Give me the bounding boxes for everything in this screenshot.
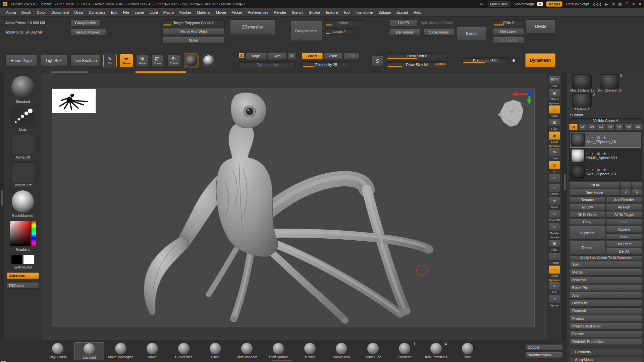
rail-button[interactable]: ↻ Rotate <box>549 223 560 235</box>
home-page-button[interactable]: Home Page <box>5 55 37 67</box>
rail-icon[interactable]: ◌ <box>549 252 560 261</box>
move-button[interactable]: ✥ Move <box>136 55 148 66</box>
rail-icon[interactable]: BPR <box>549 76 560 84</box>
menu-item[interactable]: Material <box>194 8 213 16</box>
brush-item[interactable]: CurveTube <box>358 342 388 360</box>
zadd-button[interactable]: Zadd <box>302 53 323 59</box>
groups-loops-button[interactable]: GroupsLoops <box>290 21 322 41</box>
all-to-home-button[interactable]: All To Home <box>569 211 605 218</box>
brush-item[interactable]: Standard <box>74 342 104 360</box>
menu-item[interactable]: Movie <box>213 8 229 16</box>
edit-button[interactable]: ✎ Edit <box>103 54 117 67</box>
section-header[interactable]: Extract <box>569 330 642 337</box>
extract-button[interactable]: Extract <box>457 27 486 40</box>
menu-item[interactable]: Render <box>271 8 289 16</box>
del-higher-button[interactable]: Del Higher <box>493 37 524 44</box>
visibility-tab[interactable]: V7 <box>624 124 633 130</box>
brush-item[interactable]: Pinch <box>201 342 230 360</box>
subtool-row[interactable]: ≡ ◐ ▦ ◉ PM3D_Sphere3D1 <box>570 148 641 164</box>
rail-button[interactable]: ◉ Local <box>549 131 560 143</box>
rail-icon[interactable]: ● <box>549 282 560 290</box>
section-header[interactable]: Redshift Properties <box>569 338 642 345</box>
subtool-mini-icons[interactable]: ≡ ◐ ▦ ◉ <box>586 168 616 171</box>
palette-header[interactable]: ArrayMesh <box>569 356 642 362</box>
menu-item[interactable]: Zscript <box>394 8 411 16</box>
fill-object-button[interactable]: FillObject <box>7 282 39 289</box>
mirror-button[interactable]: Mirror <box>162 37 225 44</box>
z-intensity-slider[interactable]: Z Intensity 25 <box>302 61 350 68</box>
sculptris-pro-button[interactable]: S <box>372 55 383 67</box>
rail-button[interactable]: ▣ SPix 3 <box>549 89 560 101</box>
mirror-and-weld-button[interactable]: Mirror And Weld <box>162 28 225 35</box>
menus-button[interactable]: Menus <box>546 1 562 7</box>
mrgb-button[interactable]: Mrgb <box>246 53 266 59</box>
section-header[interactable]: Align <box>569 292 642 299</box>
resolution-dot-icon[interactable] <box>513 59 515 62</box>
subtool-up-button[interactable]: ↑ <box>621 182 631 188</box>
brush-item[interactable]: SnakeHook <box>327 342 356 360</box>
draw-size-slider[interactable]: Draw Size 64 Dynamic <box>386 61 447 68</box>
hue-bar[interactable] <box>32 221 36 246</box>
rail-icon[interactable]: ✥ <box>549 197 560 205</box>
all-high-button[interactable]: All High <box>606 204 642 210</box>
visibility-tab[interactable]: V4 <box>597 124 605 130</box>
menu-item[interactable]: Stroke <box>306 8 322 16</box>
document-thumbnail[interactable] <box>52 89 96 113</box>
menu-item[interactable]: Help <box>411 8 424 16</box>
subtool-mini-icons[interactable]: ≡ ◐ ▦ ◉ <box>586 136 616 139</box>
brush-item[interactable]: TrimDynamic <box>264 342 293 360</box>
section-header[interactable]: Boolean <box>569 277 642 283</box>
double-button[interactable]: Double <box>525 344 563 351</box>
left-tray-scrollthumb[interactable] <box>1 190 3 206</box>
rail-icon[interactable]: △ <box>549 105 560 114</box>
rail-button[interactable]: ⊙ Zoom3D <box>549 210 560 222</box>
menu-item[interactable]: Texture <box>323 8 341 16</box>
zscript-rewind-icon[interactable]: ❮❮❮ <box>593 2 602 6</box>
visibility-tab[interactable]: V8 <box>634 124 642 130</box>
subtool-mini-icons[interactable]: ≡ ◐ ▦ ◉ <box>586 152 617 155</box>
menu-item[interactable]: Marker <box>177 8 194 16</box>
saturation-value-square[interactable] <box>10 221 31 246</box>
tray-scrollbar[interactable] <box>272 360 292 361</box>
menu-item[interactable]: Layer <box>132 8 147 16</box>
brush-item[interactable]: Move <box>138 342 167 360</box>
insert-button[interactable]: Insert <box>606 233 642 240</box>
layout-icon[interactable]: ▤ <box>611 2 615 6</box>
subtool-row[interactable]: ≡ ◐ ▦ ◉ Skin_ZSphere_16 <box>570 132 641 147</box>
section-header[interactable]: Project <box>569 315 642 322</box>
quicksave-button[interactable]: QuickSave <box>488 1 510 7</box>
rename-button[interactable]: Rename <box>569 196 605 203</box>
rail-button[interactable]: Dynamic △ Persp <box>549 102 560 117</box>
rail-icon[interactable]: ▦ <box>549 118 560 127</box>
menu-item[interactable]: Stencil <box>289 8 306 16</box>
brush-item[interactable]: DamStandard <box>232 342 262 360</box>
right-tray-divider[interactable] <box>562 73 567 340</box>
rail-icon[interactable]: ▣ <box>549 89 560 97</box>
rail-button[interactable]: ◌ Transp <box>549 252 560 264</box>
rail-icon[interactable]: ↗ <box>549 295 560 303</box>
autoreorder-button[interactable]: AutoReorder <box>606 196 642 203</box>
brush-item[interactable]: IMM Primitives 14 <box>421 342 451 360</box>
rail-button[interactable]: ↻ <box>549 174 560 183</box>
canvas[interactable] <box>52 88 535 327</box>
menu-item[interactable]: Edit <box>108 8 120 16</box>
section-header[interactable]: Bevel Pro <box>569 284 642 291</box>
m-button[interactable]: M <box>288 53 296 59</box>
section-header[interactable]: Remesh <box>569 307 642 314</box>
draw-button[interactable]: ✏ Draw <box>120 54 133 67</box>
palette-header[interactable]: Geometry <box>569 349 642 355</box>
menu-item[interactable]: Preferences <box>245 8 271 16</box>
del-all-button[interactable]: Del All <box>606 248 642 254</box>
brush-item[interactable]: CurvePinch <box>169 342 199 360</box>
rail-icon[interactable]: □ <box>549 184 560 192</box>
del-other-button[interactable]: Del Other <box>606 241 642 247</box>
rail-icon[interactable]: ○ <box>549 265 560 274</box>
copy-button[interactable]: Copy <box>569 219 605 225</box>
current-brush-button[interactable] <box>184 53 199 68</box>
menu-item[interactable]: Document <box>49 8 71 16</box>
rail-button[interactable]: ▦ Floor <box>549 118 560 130</box>
tool-item[interactable]: ZSphere_2 3 <box>569 93 595 111</box>
section-header[interactable]: Split <box>569 261 642 268</box>
backface-mask-button[interactable]: BackfaceMask <box>525 352 563 358</box>
switch-color[interactable]: SwitchColor <box>11 255 35 269</box>
